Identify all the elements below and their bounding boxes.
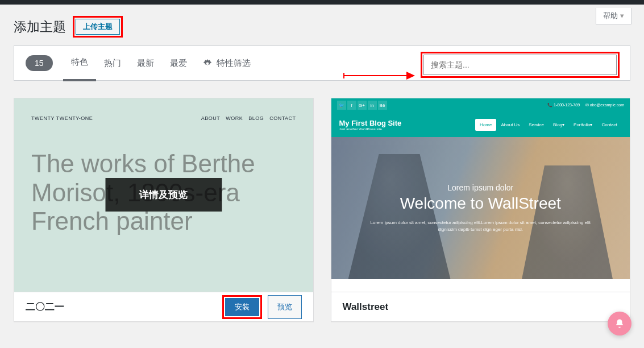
theme-preview: 🐦 f G+ in Bē 📞 1-800-123-789 ✉ abc@examp… [331, 98, 630, 292]
install-button[interactable]: 安装 [225, 298, 259, 316]
search-input[interactable] [423, 55, 617, 75]
bell-icon [614, 318, 625, 329]
preview-menu-item: Blog▾ [549, 119, 569, 131]
preview-nav-item: WORK [226, 115, 243, 121]
page-title: 添加主题 [14, 18, 66, 36]
preview-nav-item: ABOUT [201, 115, 221, 121]
preview-brand: TWENTY TWENTY-ONE [31, 115, 93, 121]
preview-button[interactable]: 预览 [268, 295, 302, 319]
contact-email: ✉ abc@example.com [585, 103, 624, 107]
tab-latest[interactable]: 最新 [129, 47, 162, 80]
annotation-highlight-install: 安装 [222, 295, 262, 319]
feature-filter-link[interactable]: 特性筛选 [195, 47, 259, 80]
theme-preview: TWENTY TWENTY-ONE ABOUT WORK BLOG CONTAC… [14, 98, 313, 292]
themes-grid: TWENTY TWENTY-ONE ABOUT WORK BLOG CONTAC… [0, 81, 644, 339]
search-wrapper [421, 52, 620, 78]
feature-filter-label: 特性筛选 [217, 58, 251, 68]
preview-below-section: Lorem ipsum [331, 279, 630, 292]
preview-menu-item: About Us [496, 119, 524, 131]
svg-marker-2 [406, 72, 415, 80]
google-icon: G+ [358, 101, 367, 110]
tab-popular[interactable]: 热门 [96, 47, 129, 80]
preview-menu-item: Service [524, 119, 549, 131]
theme-card-2021[interactable]: TWENTY TWENTY-ONE ABOUT WORK BLOG CONTAC… [14, 98, 314, 322]
preview-navbar: My First Blog Site Just another WordPres… [331, 112, 630, 137]
preview-contact: 📞 1-800-123-789 ✉ abc@example.com [547, 103, 624, 107]
behance-icon: Bē [378, 101, 387, 110]
preview-logo-subtitle: Just another WordPress site [339, 127, 402, 131]
details-preview-button[interactable]: 详情及预览 [105, 178, 222, 212]
annotation-highlight-upload: 上传主题 [73, 16, 123, 38]
preview-logo: My First Blog Site Just another WordPres… [339, 119, 402, 131]
tab-favorites[interactable]: 最爱 [162, 47, 195, 80]
tab-featured[interactable]: 特色 [63, 45, 96, 81]
annotation-arrow-icon [341, 67, 415, 84]
twitter-icon: 🐦 [337, 101, 346, 110]
preview-hero-content: Lorem ipsum dolor Welcome to WallStreet … [367, 183, 594, 233]
below-title: Lorem ipsum [458, 291, 504, 292]
theme-name: Wallstreet [343, 301, 389, 313]
hero-subtitle: Lorem ipsum dolor [367, 183, 594, 192]
filter-bar: 15 特色 热门 最新 最爱 特性筛选 [14, 45, 630, 81]
theme-footer: 二〇二一 安装 预览 [14, 292, 313, 321]
preview-topbar: TWENTY TWENTY-ONE ABOUT WORK BLOG CONTAC… [31, 115, 296, 121]
theme-card-wallstreet[interactable]: 🐦 f G+ in Bē 📞 1-800-123-789 ✉ abc@examp… [331, 98, 631, 322]
hero-title: Welcome to WallStreet [367, 194, 594, 213]
upload-theme-button[interactable]: 上传主题 [76, 19, 120, 35]
theme-name: 二〇二一 [26, 300, 64, 313]
gear-icon [203, 59, 212, 68]
preview-social-icons: 🐦 f G+ in Bē [337, 101, 387, 110]
preview-hero: Lorem ipsum dolor Welcome to WallStreet … [331, 137, 630, 279]
preview-topbar: 🐦 f G+ in Bē 📞 1-800-123-789 ✉ abc@examp… [331, 98, 630, 112]
preview-nav: ABOUT WORK BLOG CONTACT [201, 115, 296, 121]
preview-logo-title: My First Blog Site [339, 119, 402, 127]
admin-topbar [0, 0, 644, 5]
preview-menu: Home About Us Service Blog▾ Portfolio▾ C… [475, 119, 622, 131]
theme-actions: 安装 预览 [222, 295, 302, 319]
theme-count-badge: 15 [26, 55, 53, 71]
theme-footer: Wallstreet [331, 292, 630, 321]
preview-nav-item: BLOG [248, 115, 264, 121]
preview-menu-item: Home [475, 119, 496, 131]
preview-menu-item: Contact [597, 119, 622, 131]
preview-nav-item: CONTACT [269, 115, 296, 121]
contact-phone: 📞 1-800-123-789 [547, 103, 580, 107]
preview-menu-item: Portfolio▾ [569, 119, 597, 131]
hero-description: Lorem ipsum dolor sit amet, consectetur … [367, 219, 594, 233]
annotation-highlight-search [421, 52, 620, 78]
linkedin-icon: in [368, 101, 377, 110]
facebook-icon: f [347, 101, 356, 110]
help-tab[interactable]: 帮助 [596, 8, 631, 24]
notification-button[interactable] [608, 312, 631, 335]
page-header: 添加主题 上传主题 帮助 [0, 5, 644, 45]
